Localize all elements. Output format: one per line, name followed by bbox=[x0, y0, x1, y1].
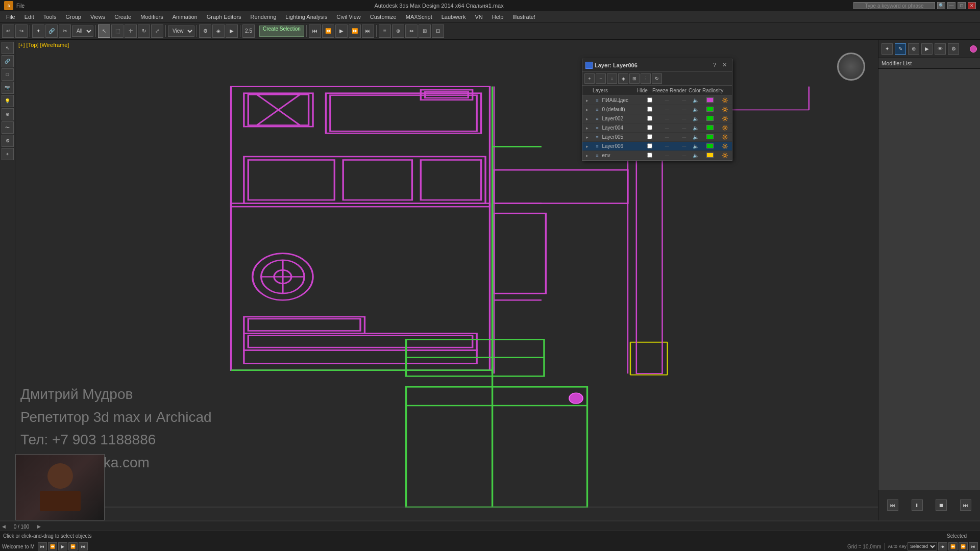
layer-hide-checkbox[interactable] bbox=[641, 125, 658, 131]
lt-space-warp-btn[interactable]: 〜 bbox=[2, 121, 14, 134]
tc-start-btn[interactable]: ⏮ bbox=[38, 542, 47, 550]
lp-merge-btn[interactable]: ⋮ bbox=[641, 73, 651, 84]
align-btn[interactable]: ⊞ bbox=[419, 24, 431, 38]
layer-row[interactable]: ▸ ≡ Layer002 — — 🔈 🔆 bbox=[582, 114, 732, 123]
layer-color-swatch-cell[interactable] bbox=[702, 143, 717, 149]
lt-link-btn[interactable]: 🔗 bbox=[2, 55, 14, 67]
tc-key-start-btn[interactable]: ⏮ bbox=[938, 542, 947, 550]
playback-next-btn[interactable]: ⏩ bbox=[349, 24, 361, 38]
select-btn[interactable]: ↖ bbox=[98, 24, 110, 38]
create-selection-btn[interactable]: Create Selection bbox=[259, 26, 304, 37]
snap-btn[interactable]: ⊕ bbox=[392, 24, 404, 38]
ref-coord-dropdown[interactable]: View bbox=[168, 26, 194, 37]
layer-hide-checkbox[interactable] bbox=[641, 134, 658, 140]
rp-bottom-btn3[interactable]: ⏹ bbox=[936, 499, 947, 511]
menu-vn[interactable]: VN bbox=[471, 13, 486, 21]
lt-select-btn[interactable]: ↖ bbox=[2, 42, 14, 54]
app-file-menu[interactable]: File bbox=[16, 3, 24, 9]
menu-create[interactable]: Create bbox=[110, 13, 135, 21]
menu-edit[interactable]: Edit bbox=[20, 13, 38, 21]
playback-start-btn[interactable]: ⏮ bbox=[309, 24, 321, 38]
layer-btn[interactable]: ≡ bbox=[379, 24, 391, 38]
rp-create-btn[interactable]: ✦ bbox=[881, 43, 893, 55]
menu-illustrate[interactable]: Illustrate! bbox=[508, 13, 540, 21]
lp-refresh-btn[interactable]: ↻ bbox=[652, 73, 662, 84]
tc-key-end-btn[interactable]: ⏭ bbox=[969, 542, 978, 550]
lp-new-layer-btn[interactable]: + bbox=[584, 73, 595, 84]
search-box[interactable]: Type a keyword or phrase bbox=[853, 2, 935, 9]
rp-modify-btn[interactable]: ✎ bbox=[895, 43, 906, 55]
playback-end-btn[interactable]: ⏭ bbox=[362, 24, 374, 38]
select-region-btn[interactable]: ⬚ bbox=[111, 24, 124, 38]
rp-bottom-btn2[interactable]: ⏸ bbox=[912, 499, 923, 511]
lp-select-layer-btn[interactable]: ◈ bbox=[618, 73, 628, 84]
menu-customize[interactable]: Customize bbox=[366, 13, 401, 21]
close-btn[interactable]: ✕ bbox=[968, 2, 976, 9]
layer-color-swatch-cell[interactable] bbox=[702, 134, 717, 140]
layer-hide-checkbox[interactable] bbox=[641, 116, 658, 122]
select-all-btn[interactable]: ✦ bbox=[32, 24, 44, 38]
layer-color-swatch-cell[interactable] bbox=[702, 97, 717, 104]
menu-graph-editors[interactable]: Graph Editors bbox=[203, 13, 246, 21]
unlink-btn[interactable]: ✂ bbox=[59, 24, 71, 38]
menu-file[interactable]: File bbox=[2, 13, 19, 21]
mirror-btn[interactable]: ⇔ bbox=[405, 24, 418, 38]
undo-btn[interactable]: ↩ bbox=[2, 24, 14, 38]
tc-key-next-btn[interactable]: ⏩ bbox=[959, 542, 968, 550]
layer-row[interactable]: ▸ ≡ 0 (default) — — 🔈 🔆 bbox=[582, 105, 732, 114]
filter-dropdown[interactable]: All bbox=[72, 26, 93, 37]
lp-delete-layer-btn[interactable]: − bbox=[596, 73, 606, 84]
menu-help[interactable]: Help bbox=[488, 13, 508, 21]
menu-rendering[interactable]: Rendering bbox=[247, 13, 281, 21]
rp-display-btn[interactable]: 👁 bbox=[935, 43, 946, 55]
rp-utility-btn[interactable]: ⚙ bbox=[948, 43, 959, 55]
minimize-btn[interactable]: — bbox=[947, 2, 955, 9]
redo-btn[interactable]: ↪ bbox=[15, 24, 28, 38]
move-btn[interactable]: ✛ bbox=[125, 24, 137, 38]
scale-btn[interactable]: ⤢ bbox=[151, 24, 163, 38]
playback-prev-btn[interactable]: ⏪ bbox=[322, 24, 334, 38]
lt-light-btn[interactable]: 💡 bbox=[2, 95, 14, 107]
rotate-btn[interactable]: ↻ bbox=[138, 24, 150, 38]
menu-tools[interactable]: Tools bbox=[39, 13, 61, 21]
menu-modifiers[interactable]: Modifiers bbox=[136, 13, 167, 21]
layer-hide-checkbox[interactable] bbox=[641, 143, 658, 149]
lt-bones-btn[interactable]: ⌖ bbox=[2, 148, 14, 160]
menu-group[interactable]: Group bbox=[61, 13, 85, 21]
layer-row[interactable]: ▸ ≡ env — — 🔈 🔆 bbox=[582, 151, 732, 160]
tc-play-btn[interactable]: ▶ bbox=[58, 542, 67, 550]
layer-panel-close-btn[interactable]: ✕ bbox=[720, 62, 729, 68]
lp-select-from-layer-btn[interactable]: ⊞ bbox=[629, 73, 640, 84]
frame-slider-right[interactable]: ▶ bbox=[37, 524, 41, 529]
maximize-btn[interactable]: □ bbox=[958, 2, 966, 9]
layer-panel-help-btn[interactable]: ? bbox=[711, 62, 718, 68]
layer-row[interactable]: ▸ ≡ ПИА&Цдес — — 🔈 🔆 bbox=[582, 96, 732, 105]
rp-motion-btn[interactable]: ▶ bbox=[921, 43, 933, 55]
menu-animation[interactable]: Animation bbox=[168, 13, 202, 21]
render-btn[interactable]: ▶ bbox=[226, 24, 238, 38]
viewport-nav-circle[interactable] bbox=[837, 53, 865, 81]
menu-civil[interactable]: Civil View bbox=[332, 13, 364, 21]
menu-views[interactable]: Views bbox=[86, 13, 109, 21]
tc-next-btn[interactable]: ⏩ bbox=[68, 542, 78, 550]
layer-row[interactable]: ▸ ≡ Layer005 — — 🔈 🔆 bbox=[582, 133, 732, 142]
lt-shape-btn[interactable]: □ bbox=[2, 68, 14, 81]
render-setup-btn[interactable]: ⚙ bbox=[199, 24, 211, 38]
menu-laubwerk[interactable]: Laubwerk bbox=[437, 13, 470, 21]
layer-hide-checkbox[interactable] bbox=[641, 107, 658, 113]
link-btn[interactable]: 🔗 bbox=[45, 24, 58, 38]
lt-system-btn[interactable]: ⚙ bbox=[2, 135, 14, 147]
layer-row[interactable]: ▸ ≡ Layer006 — — 🔈 🔆 bbox=[582, 142, 732, 151]
layer-color-swatch-cell[interactable] bbox=[702, 116, 717, 122]
playback-play-btn[interactable]: ▶ bbox=[335, 24, 348, 38]
lp-add-selected-btn[interactable]: ↓ bbox=[607, 73, 617, 84]
rp-hierarchy-btn[interactable]: ⊕ bbox=[908, 43, 919, 55]
layer-color-swatch-cell[interactable] bbox=[702, 107, 717, 113]
rp-bottom-btn1[interactable]: ⏮ bbox=[887, 499, 898, 511]
search-btn[interactable]: 🔍 bbox=[937, 2, 945, 9]
material-editor-btn[interactable]: ◈ bbox=[212, 24, 225, 38]
tc-prev-btn[interactable]: ⏪ bbox=[48, 542, 57, 550]
lt-helper-btn[interactable]: ⊕ bbox=[2, 108, 14, 120]
frame-slider-left[interactable]: ◀ bbox=[2, 524, 6, 529]
layer-color-swatch-cell[interactable] bbox=[702, 125, 717, 131]
